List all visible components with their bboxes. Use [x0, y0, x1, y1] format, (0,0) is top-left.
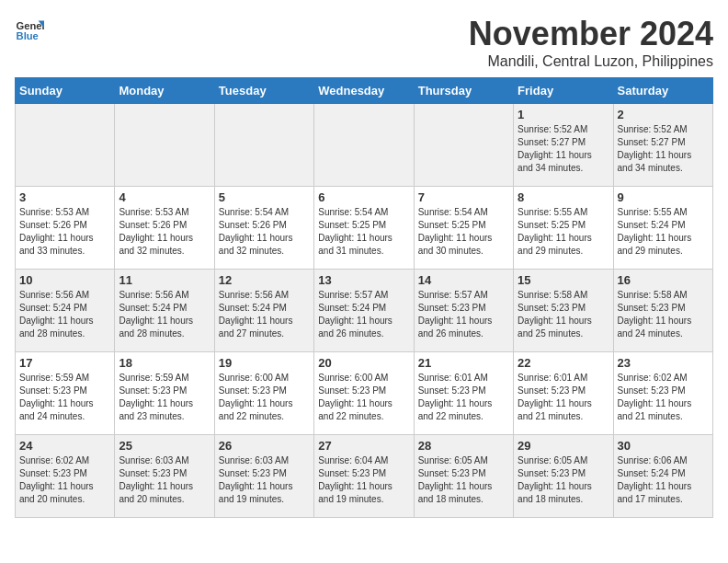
title-area: November 2024 Mandili, Central Luzon, Ph… [469, 15, 713, 70]
day-number: 22 [518, 356, 609, 370]
calendar-cell: 21Sunrise: 6:01 AM Sunset: 5:23 PM Dayli… [414, 352, 513, 435]
calendar-cell: 6Sunrise: 5:54 AM Sunset: 5:25 PM Daylig… [314, 187, 414, 270]
day-number: 9 [618, 190, 709, 204]
day-info: Sunrise: 5:56 AM Sunset: 5:24 PM Dayligh… [219, 289, 310, 340]
week-row-2: 3Sunrise: 5:53 AM Sunset: 5:26 PM Daylig… [16, 187, 713, 270]
calendar-cell: 7Sunrise: 5:54 AM Sunset: 5:25 PM Daylig… [414, 187, 513, 270]
day-header-monday: Monday [115, 78, 214, 104]
calendar-cell: 8Sunrise: 5:55 AM Sunset: 5:25 PM Daylig… [514, 187, 613, 270]
day-info: Sunrise: 6:02 AM Sunset: 5:23 PM Dayligh… [618, 372, 709, 423]
day-info: Sunrise: 5:53 AM Sunset: 5:26 PM Dayligh… [19, 206, 110, 258]
calendar-cell [16, 104, 115, 187]
calendar-cell: 12Sunrise: 5:56 AM Sunset: 5:24 PM Dayli… [214, 270, 313, 352]
day-number: 27 [318, 439, 409, 453]
day-header-thursday: Thursday [414, 78, 513, 104]
day-number: 18 [119, 356, 210, 370]
day-number: 10 [19, 273, 110, 287]
days-header-row: SundayMondayTuesdayWednesdayThursdayFrid… [16, 78, 713, 104]
logo: General Blue [15, 15, 44, 44]
day-header-tuesday: Tuesday [214, 78, 313, 104]
day-info: Sunrise: 5:57 AM Sunset: 5:24 PM Dayligh… [318, 289, 409, 340]
day-info: Sunrise: 5:59 AM Sunset: 5:23 PM Dayligh… [119, 372, 210, 423]
day-info: Sunrise: 6:06 AM Sunset: 5:24 PM Dayligh… [618, 454, 709, 506]
day-info: Sunrise: 6:00 AM Sunset: 5:23 PM Dayligh… [318, 372, 409, 423]
day-info: Sunrise: 6:02 AM Sunset: 5:23 PM Dayligh… [19, 454, 110, 506]
svg-text:Blue: Blue [17, 30, 39, 41]
day-number: 25 [119, 439, 210, 453]
day-info: Sunrise: 5:52 AM Sunset: 5:27 PM Dayligh… [618, 123, 709, 175]
day-number: 13 [318, 273, 409, 287]
day-number: 16 [618, 273, 709, 287]
calendar-cell: 25Sunrise: 6:03 AM Sunset: 5:23 PM Dayli… [115, 435, 214, 518]
calendar-cell: 14Sunrise: 5:57 AM Sunset: 5:23 PM Dayli… [414, 270, 513, 352]
subtitle: Mandili, Central Luzon, Philippines [469, 53, 713, 70]
day-number: 21 [418, 356, 509, 370]
day-number: 23 [618, 356, 709, 370]
header: General Blue November 2024 Mandili, Cent… [15, 15, 713, 70]
day-number: 14 [418, 273, 509, 287]
calendar-cell: 29Sunrise: 6:05 AM Sunset: 5:23 PM Dayli… [514, 435, 613, 518]
calendar-cell: 9Sunrise: 5:55 AM Sunset: 5:24 PM Daylig… [613, 187, 712, 270]
calendar-cell: 11Sunrise: 5:56 AM Sunset: 5:24 PM Dayli… [115, 270, 214, 352]
calendar-cell: 26Sunrise: 6:03 AM Sunset: 5:23 PM Dayli… [214, 435, 313, 518]
day-info: Sunrise: 5:52 AM Sunset: 5:27 PM Dayligh… [518, 123, 609, 175]
day-info: Sunrise: 5:57 AM Sunset: 5:23 PM Dayligh… [418, 289, 509, 340]
day-number: 4 [119, 190, 210, 204]
day-info: Sunrise: 6:00 AM Sunset: 5:23 PM Dayligh… [219, 372, 310, 423]
calendar-cell: 2Sunrise: 5:52 AM Sunset: 5:27 PM Daylig… [613, 104, 712, 187]
day-number: 28 [418, 439, 509, 453]
day-info: Sunrise: 5:54 AM Sunset: 5:25 PM Dayligh… [318, 206, 409, 258]
calendar-cell: 5Sunrise: 5:54 AM Sunset: 5:26 PM Daylig… [214, 187, 313, 270]
day-number: 2 [618, 108, 709, 121]
calendar-cell: 18Sunrise: 5:59 AM Sunset: 5:23 PM Dayli… [115, 352, 214, 435]
day-info: Sunrise: 5:55 AM Sunset: 5:24 PM Dayligh… [618, 206, 709, 258]
main-title: November 2024 [469, 15, 713, 53]
day-info: Sunrise: 6:04 AM Sunset: 5:23 PM Dayligh… [318, 454, 409, 506]
calendar-cell: 27Sunrise: 6:04 AM Sunset: 5:23 PM Dayli… [314, 435, 414, 518]
week-row-1: 1Sunrise: 5:52 AM Sunset: 5:27 PM Daylig… [16, 104, 713, 187]
day-number: 12 [219, 273, 310, 287]
day-info: Sunrise: 5:56 AM Sunset: 5:24 PM Dayligh… [19, 289, 110, 340]
calendar-table: SundayMondayTuesdayWednesdayThursdayFrid… [15, 77, 713, 518]
week-row-3: 10Sunrise: 5:56 AM Sunset: 5:24 PM Dayli… [16, 270, 713, 352]
day-info: Sunrise: 6:03 AM Sunset: 5:23 PM Dayligh… [119, 454, 210, 506]
day-number: 24 [19, 439, 110, 453]
day-header-friday: Friday [514, 78, 613, 104]
day-number: 17 [19, 356, 110, 370]
calendar-cell [414, 104, 513, 187]
day-number: 19 [219, 356, 310, 370]
day-number: 11 [119, 273, 210, 287]
calendar-cell: 3Sunrise: 5:53 AM Sunset: 5:26 PM Daylig… [16, 187, 115, 270]
day-header-wednesday: Wednesday [314, 78, 414, 104]
calendar-cell: 20Sunrise: 6:00 AM Sunset: 5:23 PM Dayli… [314, 352, 414, 435]
day-info: Sunrise: 5:54 AM Sunset: 5:26 PM Dayligh… [219, 206, 310, 258]
calendar-cell: 23Sunrise: 6:02 AM Sunset: 5:23 PM Dayli… [613, 352, 712, 435]
day-number: 7 [418, 190, 509, 204]
calendar-cell: 16Sunrise: 5:58 AM Sunset: 5:23 PM Dayli… [613, 270, 712, 352]
calendar-cell: 22Sunrise: 6:01 AM Sunset: 5:23 PM Dayli… [514, 352, 613, 435]
calendar-cell [214, 104, 313, 187]
day-info: Sunrise: 5:56 AM Sunset: 5:24 PM Dayligh… [119, 289, 210, 340]
day-number: 1 [518, 108, 609, 121]
day-header-sunday: Sunday [16, 78, 115, 104]
day-number: 26 [219, 439, 310, 453]
calendar-cell: 19Sunrise: 6:00 AM Sunset: 5:23 PM Dayli… [214, 352, 313, 435]
day-number: 5 [219, 190, 310, 204]
day-info: Sunrise: 5:58 AM Sunset: 5:23 PM Dayligh… [618, 289, 709, 340]
calendar-cell [314, 104, 414, 187]
day-info: Sunrise: 5:58 AM Sunset: 5:23 PM Dayligh… [518, 289, 609, 340]
week-row-5: 24Sunrise: 6:02 AM Sunset: 5:23 PM Dayli… [16, 435, 713, 518]
calendar-cell [115, 104, 214, 187]
day-info: Sunrise: 6:01 AM Sunset: 5:23 PM Dayligh… [518, 372, 609, 423]
day-info: Sunrise: 5:54 AM Sunset: 5:25 PM Dayligh… [418, 206, 509, 258]
day-info: Sunrise: 6:03 AM Sunset: 5:23 PM Dayligh… [219, 454, 310, 506]
day-number: 30 [618, 439, 709, 453]
calendar-cell: 28Sunrise: 6:05 AM Sunset: 5:23 PM Dayli… [414, 435, 513, 518]
day-info: Sunrise: 6:05 AM Sunset: 5:23 PM Dayligh… [518, 454, 609, 506]
calendar-cell: 1Sunrise: 5:52 AM Sunset: 5:27 PM Daylig… [514, 104, 613, 187]
day-header-saturday: Saturday [613, 78, 712, 104]
day-number: 29 [518, 439, 609, 453]
day-number: 8 [518, 190, 609, 204]
day-info: Sunrise: 5:59 AM Sunset: 5:23 PM Dayligh… [19, 372, 110, 423]
calendar-cell: 15Sunrise: 5:58 AM Sunset: 5:23 PM Dayli… [514, 270, 613, 352]
